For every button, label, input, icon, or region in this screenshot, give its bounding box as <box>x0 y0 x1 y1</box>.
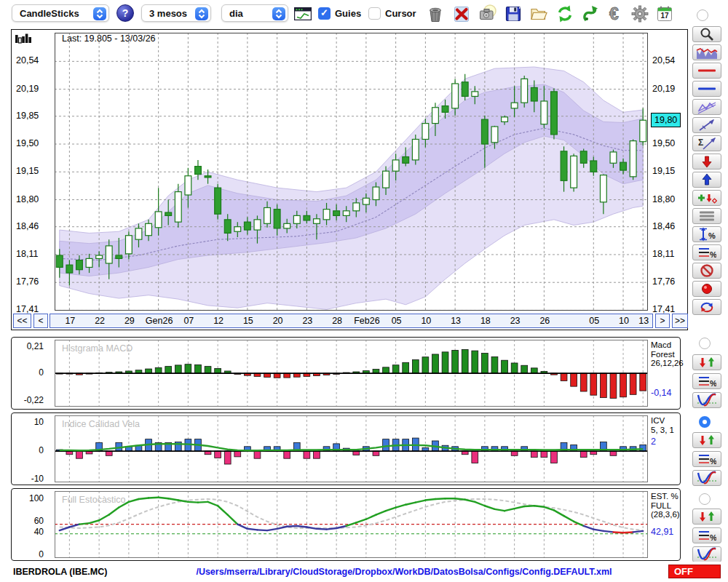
axis-tick-label: 18,11 <box>652 249 686 259</box>
cursor-checkbox[interactable] <box>368 7 381 20</box>
icv-curve-button[interactable] <box>692 470 721 486</box>
indicator-view-button[interactable] <box>692 44 721 60</box>
add-marker-tool-button[interactable] <box>692 190 721 206</box>
axis-tick-label: 18,46 <box>652 221 686 231</box>
arrow-up-tool-button[interactable] <box>692 172 721 188</box>
refresh-icon[interactable] <box>555 4 575 24</box>
icv-down-up-button[interactable] <box>692 432 721 448</box>
axis-tick-label: 0 <box>13 549 44 559</box>
nav-prev-button[interactable]: < <box>33 314 48 328</box>
macd-lines-percent-button[interactable]: % <box>692 373 721 389</box>
down-up-arrows-icon <box>697 356 716 368</box>
stochastic-curve-button[interactable] <box>692 546 721 562</box>
sync-icon <box>699 300 715 314</box>
add-marker-icon <box>697 191 717 204</box>
axis-tick-label: 0 <box>13 445 44 455</box>
vrange-percent-tool-button[interactable]: % <box>692 226 721 242</box>
candlestick-chart[interactable] <box>55 33 648 311</box>
chevron-updown-icon <box>272 7 285 20</box>
calendar-icon[interactable]: 17 <box>654 4 675 24</box>
axis-tick-label: -0,22 <box>13 395 44 405</box>
icv-title: Indice Calidad Vela <box>62 419 140 429</box>
interval-select[interactable]: dia <box>221 4 288 22</box>
axis-tick-label: 05 <box>578 316 610 326</box>
main-chart-radio[interactable] <box>697 9 708 21</box>
chevron-updown-icon <box>195 7 208 20</box>
axis-tick-label: 100 <box>13 493 44 503</box>
channel-icon <box>697 100 717 114</box>
macd-radio[interactable] <box>699 338 711 349</box>
chart-type-select[interactable]: CandleSticks <box>12 4 109 22</box>
off-toggle-button[interactable]: OFF <box>668 565 721 578</box>
euro-icon[interactable]: € <box>606 4 626 24</box>
axis-tick-label: 07 <box>173 316 205 326</box>
nav-last-button[interactable]: >> <box>672 314 688 328</box>
app-window: CandleSticks ? 3 mesos dia ✓ Guies <box>0 0 728 582</box>
zoom-tool-button[interactable] <box>692 26 721 42</box>
sum-trendline-icon: Σ <box>697 136 717 151</box>
trendline-tool-button[interactable] <box>692 117 721 133</box>
stochastic-radio[interactable] <box>699 493 711 505</box>
stochastic-down-up-button[interactable] <box>692 509 721 525</box>
axis-tick-label: 60 <box>13 516 44 526</box>
macd-curve-button[interactable] <box>692 392 721 408</box>
red-hline-tool-button[interactable] <box>692 63 721 79</box>
redo-icon[interactable] <box>580 4 601 24</box>
axis-tick-label: 17,41 <box>652 304 686 314</box>
axis-tick-label: 10 <box>13 417 44 427</box>
help-button[interactable]: ? <box>116 4 134 22</box>
axis-tick-label: 18,80 <box>652 194 686 204</box>
guies-label: Guies <box>335 8 361 19</box>
channel-tool-button[interactable] <box>692 99 721 115</box>
macd-down-up-button[interactable] <box>692 354 721 370</box>
nav-next-button[interactable]: > <box>655 314 670 328</box>
trash-icon[interactable] <box>425 4 446 24</box>
arrow-down-tool-button[interactable] <box>692 154 721 170</box>
axis-tick-label: 20 <box>262 316 294 326</box>
delete-icon[interactable] <box>451 4 472 24</box>
zoom-icon <box>698 27 716 41</box>
axis-tick-label: 18,11 <box>16 249 50 259</box>
record-tool-button[interactable] <box>692 281 721 297</box>
guies-checkbox[interactable]: ✓ <box>318 7 331 20</box>
macd-value: -0,14 <box>651 388 672 398</box>
cursor-label: Cursor <box>385 8 416 19</box>
axis-tick-label: 20,54 <box>16 55 50 65</box>
nav-first-button[interactable]: << <box>13 314 31 328</box>
current-price-tag: 19,80 <box>651 113 681 127</box>
save-icon[interactable] <box>503 4 523 24</box>
hlines-percent-tool-button[interactable]: % <box>692 244 721 260</box>
sync-tool-button[interactable] <box>692 299 721 315</box>
stochastic-info: EST. %FULL(28,3,6) <box>651 492 680 519</box>
svg-text:%: % <box>708 231 716 240</box>
blue-hline-tool-button[interactable] <box>692 81 721 97</box>
icv-radio[interactable] <box>699 416 711 428</box>
mini-chart-icon[interactable] <box>293 4 313 24</box>
open-folder-icon[interactable] <box>529 4 549 24</box>
axis-tick-label: Feb26 <box>351 316 383 326</box>
axis-tick-label: 05 <box>381 316 413 326</box>
axis-tick-label: 19,15 <box>16 166 50 176</box>
red-hline-icon <box>697 67 716 74</box>
disable-tool-button[interactable] <box>692 263 721 279</box>
axis-tick-label: 13 <box>440 316 472 326</box>
settings-icon[interactable] <box>630 4 650 24</box>
axis-tick-label: 17 <box>54 316 86 326</box>
date-axis: 172229Gen26071215202328Feb26051013182326… <box>50 314 653 328</box>
macd-histogram <box>55 340 648 407</box>
axis-tick-label: 19,50 <box>652 138 686 148</box>
period-value: 3 mesos <box>149 8 187 19</box>
toolbar: CandleSticks ? 3 mesos dia ✓ Guies <box>0 0 728 28</box>
vrange-percent-icon: % <box>697 227 716 242</box>
snapshot-icon[interactable] <box>477 4 497 24</box>
sum-trendline-tool-button[interactable]: Σ <box>692 135 721 151</box>
blue-hline-icon <box>697 85 716 92</box>
icv-lines-percent-button[interactable]: % <box>692 451 721 467</box>
check-icon: ✓ <box>320 7 328 18</box>
axis-tick-label: 15 <box>232 316 264 326</box>
stochastic-lines-percent-button[interactable]: % <box>692 527 721 543</box>
levels-tool-button[interactable] <box>692 208 721 224</box>
period-select[interactable]: 3 mesos <box>141 4 211 22</box>
volume-toggle-icon[interactable] <box>15 33 33 44</box>
axis-tick-label: 23 <box>291 316 323 326</box>
